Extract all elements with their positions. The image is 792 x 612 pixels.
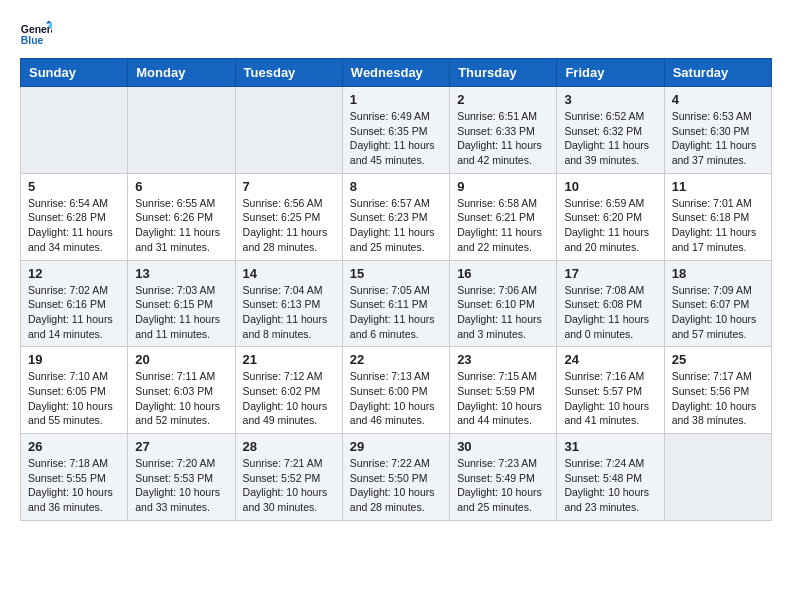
day-info: Sunrise: 6:56 AMSunset: 6:25 PMDaylight:… — [243, 196, 335, 255]
calendar-cell: 6Sunrise: 6:55 AMSunset: 6:26 PMDaylight… — [128, 173, 235, 260]
day-number: 10 — [564, 179, 656, 194]
day-info: Sunrise: 6:57 AMSunset: 6:23 PMDaylight:… — [350, 196, 442, 255]
calendar-cell: 27Sunrise: 7:20 AMSunset: 5:53 PMDayligh… — [128, 434, 235, 521]
calendar-cell: 13Sunrise: 7:03 AMSunset: 6:15 PMDayligh… — [128, 260, 235, 347]
day-info: Sunrise: 7:02 AMSunset: 6:16 PMDaylight:… — [28, 283, 120, 342]
calendar-cell: 18Sunrise: 7:09 AMSunset: 6:07 PMDayligh… — [664, 260, 771, 347]
day-number: 12 — [28, 266, 120, 281]
day-number: 17 — [564, 266, 656, 281]
day-info: Sunrise: 7:08 AMSunset: 6:08 PMDaylight:… — [564, 283, 656, 342]
calendar-cell: 17Sunrise: 7:08 AMSunset: 6:08 PMDayligh… — [557, 260, 664, 347]
day-number: 4 — [672, 92, 764, 107]
calendar-cell: 29Sunrise: 7:22 AMSunset: 5:50 PMDayligh… — [342, 434, 449, 521]
day-number: 25 — [672, 352, 764, 367]
calendar-week-row: 5Sunrise: 6:54 AMSunset: 6:28 PMDaylight… — [21, 173, 772, 260]
day-info: Sunrise: 7:21 AMSunset: 5:52 PMDaylight:… — [243, 456, 335, 515]
calendar-week-row: 12Sunrise: 7:02 AMSunset: 6:16 PMDayligh… — [21, 260, 772, 347]
day-info: Sunrise: 6:54 AMSunset: 6:28 PMDaylight:… — [28, 196, 120, 255]
day-info: Sunrise: 7:06 AMSunset: 6:10 PMDaylight:… — [457, 283, 549, 342]
calendar-table: SundayMondayTuesdayWednesdayThursdayFrid… — [20, 58, 772, 521]
calendar-cell: 11Sunrise: 7:01 AMSunset: 6:18 PMDayligh… — [664, 173, 771, 260]
day-number: 27 — [135, 439, 227, 454]
day-number: 6 — [135, 179, 227, 194]
calendar-cell: 26Sunrise: 7:18 AMSunset: 5:55 PMDayligh… — [21, 434, 128, 521]
calendar-cell: 30Sunrise: 7:23 AMSunset: 5:49 PMDayligh… — [450, 434, 557, 521]
calendar-cell: 2Sunrise: 6:51 AMSunset: 6:33 PMDaylight… — [450, 87, 557, 174]
day-number: 7 — [243, 179, 335, 194]
day-number: 28 — [243, 439, 335, 454]
day-number: 26 — [28, 439, 120, 454]
calendar-cell — [235, 87, 342, 174]
day-number: 15 — [350, 266, 442, 281]
day-info: Sunrise: 6:51 AMSunset: 6:33 PMDaylight:… — [457, 109, 549, 168]
logo-icon: General Blue — [20, 20, 52, 48]
calendar-cell: 7Sunrise: 6:56 AMSunset: 6:25 PMDaylight… — [235, 173, 342, 260]
day-number: 2 — [457, 92, 549, 107]
weekday-header-sunday: Sunday — [21, 59, 128, 87]
calendar-week-row: 1Sunrise: 6:49 AMSunset: 6:35 PMDaylight… — [21, 87, 772, 174]
calendar-cell: 25Sunrise: 7:17 AMSunset: 5:56 PMDayligh… — [664, 347, 771, 434]
day-info: Sunrise: 6:59 AMSunset: 6:20 PMDaylight:… — [564, 196, 656, 255]
day-number: 1 — [350, 92, 442, 107]
day-number: 22 — [350, 352, 442, 367]
weekday-header-thursday: Thursday — [450, 59, 557, 87]
calendar-cell: 10Sunrise: 6:59 AMSunset: 6:20 PMDayligh… — [557, 173, 664, 260]
day-info: Sunrise: 7:04 AMSunset: 6:13 PMDaylight:… — [243, 283, 335, 342]
day-info: Sunrise: 7:22 AMSunset: 5:50 PMDaylight:… — [350, 456, 442, 515]
day-info: Sunrise: 7:10 AMSunset: 6:05 PMDaylight:… — [28, 369, 120, 428]
day-info: Sunrise: 6:55 AMSunset: 6:26 PMDaylight:… — [135, 196, 227, 255]
day-info: Sunrise: 7:24 AMSunset: 5:48 PMDaylight:… — [564, 456, 656, 515]
day-info: Sunrise: 7:03 AMSunset: 6:15 PMDaylight:… — [135, 283, 227, 342]
calendar-cell: 31Sunrise: 7:24 AMSunset: 5:48 PMDayligh… — [557, 434, 664, 521]
day-info: Sunrise: 7:09 AMSunset: 6:07 PMDaylight:… — [672, 283, 764, 342]
day-info: Sunrise: 6:49 AMSunset: 6:35 PMDaylight:… — [350, 109, 442, 168]
day-info: Sunrise: 7:05 AMSunset: 6:11 PMDaylight:… — [350, 283, 442, 342]
weekday-header-friday: Friday — [557, 59, 664, 87]
svg-text:Blue: Blue — [21, 35, 44, 46]
day-info: Sunrise: 7:17 AMSunset: 5:56 PMDaylight:… — [672, 369, 764, 428]
calendar-cell — [664, 434, 771, 521]
day-info: Sunrise: 6:58 AMSunset: 6:21 PMDaylight:… — [457, 196, 549, 255]
day-info: Sunrise: 7:01 AMSunset: 6:18 PMDaylight:… — [672, 196, 764, 255]
day-number: 5 — [28, 179, 120, 194]
header: General Blue — [20, 20, 772, 48]
calendar-week-row: 19Sunrise: 7:10 AMSunset: 6:05 PMDayligh… — [21, 347, 772, 434]
svg-text:General: General — [21, 24, 52, 35]
calendar-cell: 23Sunrise: 7:15 AMSunset: 5:59 PMDayligh… — [450, 347, 557, 434]
day-number: 16 — [457, 266, 549, 281]
day-number: 24 — [564, 352, 656, 367]
calendar-cell — [21, 87, 128, 174]
day-info: Sunrise: 7:23 AMSunset: 5:49 PMDaylight:… — [457, 456, 549, 515]
day-number: 3 — [564, 92, 656, 107]
calendar-cell: 3Sunrise: 6:52 AMSunset: 6:32 PMDaylight… — [557, 87, 664, 174]
calendar-cell: 5Sunrise: 6:54 AMSunset: 6:28 PMDaylight… — [21, 173, 128, 260]
day-number: 19 — [28, 352, 120, 367]
day-info: Sunrise: 7:16 AMSunset: 5:57 PMDaylight:… — [564, 369, 656, 428]
day-info: Sunrise: 7:11 AMSunset: 6:03 PMDaylight:… — [135, 369, 227, 428]
calendar-cell: 28Sunrise: 7:21 AMSunset: 5:52 PMDayligh… — [235, 434, 342, 521]
weekday-header-saturday: Saturday — [664, 59, 771, 87]
day-number: 18 — [672, 266, 764, 281]
day-number: 14 — [243, 266, 335, 281]
calendar-cell: 4Sunrise: 6:53 AMSunset: 6:30 PMDaylight… — [664, 87, 771, 174]
day-number: 30 — [457, 439, 549, 454]
calendar-cell — [128, 87, 235, 174]
calendar-cell: 24Sunrise: 7:16 AMSunset: 5:57 PMDayligh… — [557, 347, 664, 434]
day-number: 8 — [350, 179, 442, 194]
weekday-header-row: SundayMondayTuesdayWednesdayThursdayFrid… — [21, 59, 772, 87]
day-info: Sunrise: 6:52 AMSunset: 6:32 PMDaylight:… — [564, 109, 656, 168]
day-number: 20 — [135, 352, 227, 367]
day-info: Sunrise: 7:13 AMSunset: 6:00 PMDaylight:… — [350, 369, 442, 428]
calendar-cell: 15Sunrise: 7:05 AMSunset: 6:11 PMDayligh… — [342, 260, 449, 347]
day-number: 13 — [135, 266, 227, 281]
calendar-cell: 14Sunrise: 7:04 AMSunset: 6:13 PMDayligh… — [235, 260, 342, 347]
day-number: 21 — [243, 352, 335, 367]
day-number: 23 — [457, 352, 549, 367]
day-number: 11 — [672, 179, 764, 194]
day-number: 9 — [457, 179, 549, 194]
weekday-header-monday: Monday — [128, 59, 235, 87]
day-info: Sunrise: 6:53 AMSunset: 6:30 PMDaylight:… — [672, 109, 764, 168]
logo: General Blue — [20, 20, 52, 48]
calendar-cell: 20Sunrise: 7:11 AMSunset: 6:03 PMDayligh… — [128, 347, 235, 434]
calendar-cell: 12Sunrise: 7:02 AMSunset: 6:16 PMDayligh… — [21, 260, 128, 347]
